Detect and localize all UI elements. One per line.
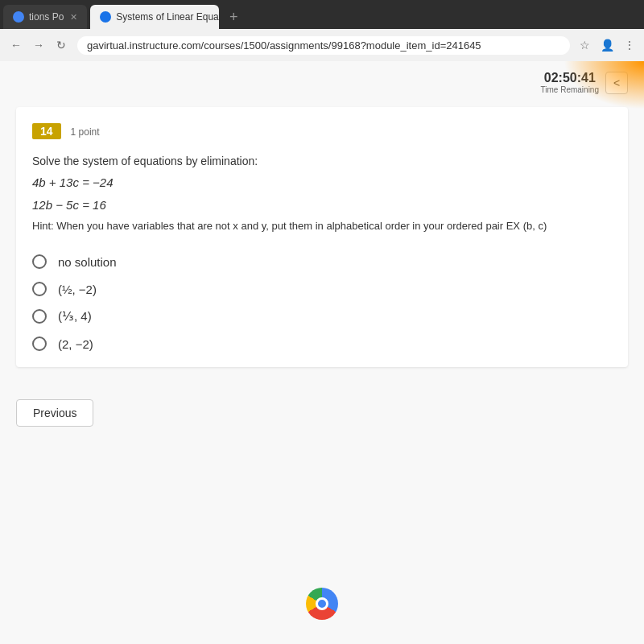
hint-text: Hint: When you have variables that are n…	[32, 218, 612, 235]
radio-4[interactable]	[32, 336, 47, 351]
timer-label: Time Remaining	[541, 85, 599, 94]
option-1-text: no solution	[58, 255, 117, 269]
tab-1[interactable]: tions Po ✕	[3, 5, 87, 29]
url-input[interactable]: gavirtual.instructure.com/courses/1500/a…	[77, 36, 570, 55]
option-4-text: (2, −2)	[58, 337, 93, 351]
question-area: 14 1 point Solve the system of equations…	[16, 107, 628, 367]
equation-2: 12b − 5c = 16	[32, 196, 612, 215]
question-prompt-text: Solve the system of equations by elimina…	[32, 152, 612, 170]
menu-icon[interactable]: ⋮	[621, 37, 638, 53]
question-prompt: Solve the system of equations by elimina…	[32, 152, 612, 235]
browser-icons: ☆ 👤 ⋮	[576, 37, 638, 53]
chrome-icon	[306, 588, 338, 620]
option-2-text: (½, −2)	[58, 283, 97, 296]
radio-2[interactable]	[32, 282, 47, 296]
tab-1-close[interactable]: ✕	[70, 12, 77, 23]
option-1[interactable]: no solution	[32, 254, 612, 269]
previous-button[interactable]: Previous	[16, 399, 93, 427]
equation-1: 4b + 13c = −24	[32, 173, 612, 192]
option-4[interactable]: (2, −2)	[32, 336, 612, 351]
answer-choices: no solution (½, −2) (⅓, 4) (2, −2)	[32, 254, 612, 351]
back-button[interactable]: ←	[6, 35, 26, 55]
tab-2-label: Systems of Linear Equations Po	[116, 11, 219, 23]
radio-3[interactable]	[32, 309, 47, 324]
tab-bar: tions Po ✕ Systems of Linear Equations P…	[0, 0, 644, 29]
timer-box: 02:50:41 Time Remaining	[541, 71, 599, 94]
new-tab-button[interactable]: +	[222, 6, 245, 28]
profile-icon[interactable]: 👤	[599, 37, 615, 53]
option-3[interactable]: (⅓, 4)	[32, 309, 612, 324]
reload-button[interactable]: ↻	[52, 35, 71, 55]
tab-1-icon	[13, 11, 24, 23]
tab-2[interactable]: Systems of Linear Equations Po ✕	[90, 5, 219, 29]
browser-chrome: tions Po ✕ Systems of Linear Equations P…	[0, 0, 644, 61]
option-2[interactable]: (½, −2)	[32, 282, 612, 296]
radio-1[interactable]	[32, 254, 47, 269]
bookmark-icon[interactable]: ☆	[576, 37, 592, 53]
timer-toggle-button[interactable]: <	[605, 72, 628, 94]
nav-buttons: ← → ↻	[6, 35, 71, 55]
question-number: 14	[32, 123, 61, 139]
tab-1-label: tions Po	[29, 11, 64, 23]
question-points: 1 point	[71, 126, 100, 138]
tab-2-icon	[100, 11, 111, 23]
page-content: 02:50:41 Time Remaining < 14 1 point Sol…	[0, 61, 644, 644]
url-text: gavirtual.instructure.com/courses/1500/a…	[87, 39, 481, 52]
option-3-text: (⅓, 4)	[58, 309, 92, 324]
chrome-icon-area	[306, 588, 338, 620]
address-bar: ← → ↻ gavirtual.instructure.com/courses/…	[0, 29, 644, 61]
chrome-icon-inner	[316, 597, 328, 610]
question-header: 14 1 point	[32, 123, 612, 139]
forward-button[interactable]: →	[29, 35, 48, 55]
timer-area: 02:50:41 Time Remaining <	[0, 61, 644, 94]
timer-value: 02:50:41	[541, 71, 599, 85]
